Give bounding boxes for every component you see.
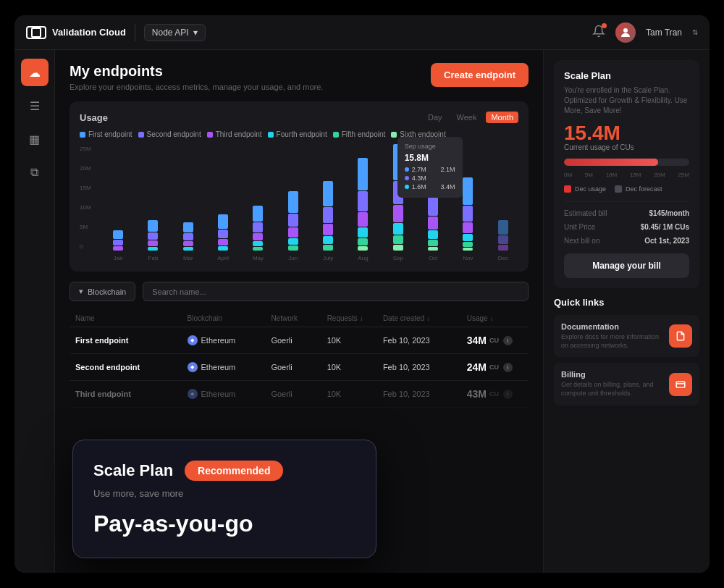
chevron-down-icon: ▾ [193, 28, 198, 38]
scale-plan-desc: You're enrolled in the Scale Plan. Optim… [564, 85, 689, 116]
tab-week[interactable]: Week [452, 112, 482, 123]
product-selector-button[interactable]: Node API ▾ [144, 24, 206, 41]
quick-link-documentation[interactable]: Documentation Explore docs for more info… [554, 315, 699, 357]
legend-second: Second endpoint [138, 130, 201, 138]
bar-jun: Jun [278, 191, 308, 261]
bar-feb: Feb [138, 220, 168, 261]
endpoint-network-2: Goerli [271, 363, 327, 371]
bar-sep: Sep Sep usage 15.8M 2.7M2.1M 4.3M 1.6M3.… [383, 144, 413, 261]
filters-row: ▾ Blockchain [70, 282, 529, 301]
endpoint-requests-2: 10K [327, 363, 383, 371]
sidebar-item-cloud[interactable]: ☁ [21, 59, 49, 86]
sidebar-item-list[interactable]: ☰ [21, 92, 49, 119]
sidebar-item-doc[interactable]: ▦ [21, 125, 49, 153]
endpoint-blockchain-1: ◆ Ethereum [188, 335, 272, 345]
table-row: Second endpoint ◆ Ethereum Goerli 10K Fe… [70, 354, 529, 381]
billing-row-next: Next bill on Oct 1st, 2023 [564, 237, 689, 245]
notification-button[interactable] [592, 25, 605, 41]
float-card-header: Scale Plan Recommended [93, 461, 353, 481]
endpoint-requests-1: 10K [327, 336, 383, 345]
usage-info-icon-3[interactable]: i [503, 390, 513, 399]
product-selector-label: Node API [152, 28, 189, 38]
bar-apr: April [208, 214, 238, 261]
billing-row-estimated: Estimated bill $145/month [564, 209, 689, 217]
endpoint-network-1: Goerli [271, 336, 327, 345]
quick-links-title: Quick links [554, 297, 699, 308]
usage-info-icon-2[interactable]: i [503, 363, 513, 372]
chart-tooltip: Sep usage 15.8M 2.7M2.1M 4.3M 1.6M3.4M [397, 137, 463, 198]
sidebar: ☁ ☰ ▦ ⧉ [14, 50, 55, 573]
usage-bar-fill [564, 159, 658, 166]
right-panel: Scale Plan You're enrolled in the Scale … [543, 50, 710, 573]
logo-area: Validation Cloud [26, 26, 126, 39]
ql-doc-icon-button[interactable] [669, 324, 692, 348]
filter-icon: ▾ [79, 287, 83, 296]
blockchain-filter-button[interactable]: ▾ Blockchain [70, 282, 135, 301]
usage-label: Current usage of CUs [564, 143, 689, 151]
ql-billing-desc: Get details on billing, plans, and compu… [561, 381, 662, 398]
endpoint-date-1: Feb 10, 2023 [383, 336, 467, 345]
endpoint-usage-1: 34M CU i [467, 335, 523, 346]
scale-plan-title: Scale Plan [564, 70, 689, 81]
ethereum-icon-3: ◆ [188, 389, 198, 399]
quick-link-billing[interactable]: Billing Get details on billing, plans, a… [554, 363, 699, 405]
usage-bar [564, 159, 689, 166]
avatar [615, 22, 636, 43]
billing-row-unit: Unit Price $0.45/ 1M CUs [564, 223, 689, 231]
user-menu-chevron-icon[interactable]: ⇅ [692, 28, 698, 36]
nav-divider [135, 24, 135, 41]
ql-billing-icon-button[interactable] [669, 373, 692, 396]
float-card-subtitle: Use more, save more [93, 488, 353, 499]
usage-number: 15.4M [564, 123, 689, 143]
nav-icons: Tam Tran ⇅ [592, 22, 698, 43]
usage-chart-card: Usage Day Week Month First endpoint [70, 101, 529, 272]
page-subtitle: Explore your endpoints, access metrics, … [70, 83, 323, 91]
legend-fifth: Fifth endpoint [333, 130, 386, 138]
legend-first: First endpoint [80, 130, 132, 138]
chart-title: Usage [80, 112, 108, 123]
create-endpoint-button[interactable]: Create endpoint [431, 63, 529, 87]
endpoint-name-3: Third endpoint [75, 390, 188, 398]
search-input[interactable] [143, 282, 529, 301]
float-card-title: Scale Plan [93, 461, 173, 480]
bar-may: May [243, 206, 273, 261]
topnav: Validation Cloud Node API ▾ Tam Tran ⇅ [14, 15, 710, 50]
usage-info-icon-1[interactable]: i [503, 336, 513, 345]
table-row: Third endpoint ◆ Ethereum Goerli 10K Feb… [70, 381, 529, 408]
tab-month[interactable]: Month [486, 112, 518, 123]
ethereum-icon-2: ◆ [188, 362, 198, 372]
chart-area: Jan Feb [103, 146, 518, 261]
logo-text: Validation Cloud [52, 27, 126, 38]
blockchain-label: Blockchain [88, 287, 126, 296]
th-usage: Usage ↓ [467, 314, 523, 322]
bar-mar: Mar [173, 222, 203, 261]
page-header: My endpoints Explore your endpoints, acc… [70, 63, 529, 91]
endpoint-network-3: Goerli [271, 390, 327, 398]
float-plan-name: Pay-as-you-go [93, 511, 353, 537]
quick-links-section: Quick links Documentation Explore docs f… [554, 297, 699, 406]
th-requests: Requests ↓ [327, 314, 383, 322]
billing-rows: Estimated bill $145/month Unit Price $0.… [564, 201, 689, 245]
endpoint-blockchain-3: ◆ Ethereum [188, 389, 272, 399]
ethereum-icon-1: ◆ [188, 335, 198, 345]
logo-icon [26, 26, 46, 39]
endpoint-date-3: Feb 10, 2023 [383, 390, 467, 398]
notification-dot [602, 23, 607, 28]
svg-rect-1 [676, 381, 685, 387]
th-blockchain: Blockchain [188, 314, 272, 322]
th-name: Name [75, 314, 188, 322]
ql-doc-desc: Explore docs for more information on acc… [561, 333, 662, 350]
legend-fourth: Fourth endpoint [268, 130, 327, 138]
floating-scale-plan-card: Scale Plan Recommended Use more, save mo… [72, 440, 376, 558]
table-header: Name Blockchain Network Requests ↓ Date … [70, 310, 529, 327]
bar-axis: 0M 5M 10M 15M 20M 25M [564, 172, 689, 178]
sidebar-item-layers[interactable]: ⧉ [21, 159, 49, 186]
bar-jan: Jan [103, 230, 133, 261]
legend-dec-forecast: Dec forecast [615, 185, 662, 193]
chart-legend-row: Dec usage Dec forecast [564, 185, 689, 193]
manage-bill-button[interactable]: Manage your bill [564, 253, 689, 278]
tab-day[interactable]: Day [423, 112, 447, 123]
bar-dec: Dec [488, 220, 518, 261]
time-tabs: Day Week Month [423, 112, 518, 123]
bar-jul: July [313, 181, 343, 261]
